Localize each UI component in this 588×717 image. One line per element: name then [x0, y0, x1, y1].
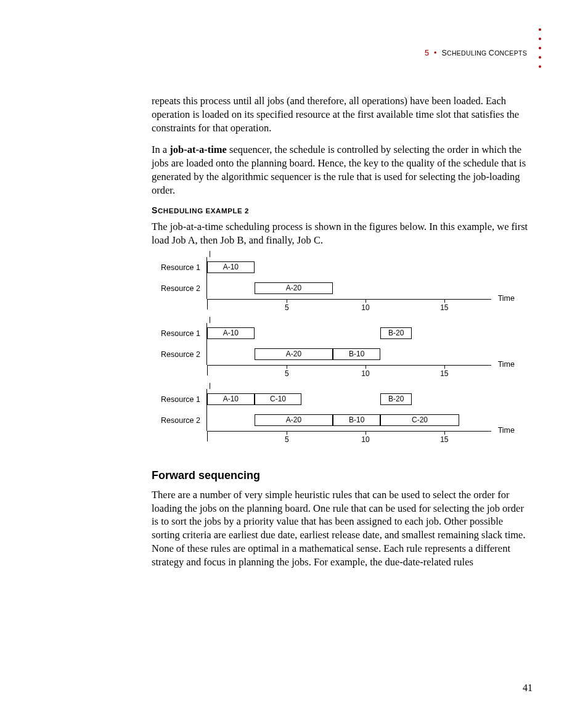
gantt-bar: B-20 [380, 327, 412, 339]
paragraph: In a job-at-a-time sequencer, the schedu… [152, 143, 533, 197]
resource-label: Resource 2 [152, 284, 206, 293]
resource-label: Resource 1 [152, 329, 206, 338]
gantt-lane: A-10 [206, 257, 491, 278]
chapter-number: 5 [425, 49, 429, 57]
gantt-chart: Resource 1A-10Resource 2A-2051015Time [152, 257, 491, 309]
axis-tick: 10 [358, 432, 374, 440]
gantt-bar: A-20 [255, 348, 333, 360]
gantt-axis: 51015Time [152, 299, 491, 309]
sub-heading: SCHEDULING EXAMPLE 2 [152, 205, 533, 215]
paragraph: repeats this process until all jobs (and… [152, 94, 533, 134]
gantt-bar: C-20 [380, 414, 459, 426]
gantt-row: Resource 1A-10C-10B-20 [152, 389, 491, 410]
gantt-bar: A-10 [207, 393, 255, 405]
gantt-bar: B-10 [333, 348, 380, 360]
axis-tick: 5 [279, 366, 295, 374]
gantt-row: Resource 1A-10 [152, 257, 491, 278]
gantt-bar: C-10 [255, 393, 302, 405]
gantt-row: Resource 2A-20B-10C-20 [152, 410, 491, 431]
axis-tick: 5 [279, 432, 295, 440]
resource-label: Resource 2 [152, 350, 206, 359]
page: 5 • SCHEDULING CONCEPTS repeats this pro… [0, 0, 588, 717]
gantt-lane: A-20B-10 [206, 344, 491, 365]
gantt-lane: A-20B-10C-20 [206, 410, 491, 431]
decorative-dots [539, 28, 541, 68]
paragraph: There are a number of very simple heuris… [152, 488, 533, 569]
gantt-axis: 51015Time [152, 365, 491, 375]
paragraph: The job-at-a-time scheduling process is … [152, 220, 533, 247]
axis-tick: 5 [279, 300, 295, 308]
gantt-chart: Resource 1A-10C-10B-20Resource 2A-20B-10… [152, 389, 491, 441]
gantt-row: Resource 2A-20 [152, 278, 491, 299]
axis-label: Time [498, 426, 515, 435]
axis-tick: 15 [436, 300, 452, 308]
axis-label: Time [498, 294, 515, 303]
gantt-bar: B-10 [333, 414, 380, 426]
gantt-bar: B-20 [380, 393, 412, 405]
gantt-bar: A-10 [207, 261, 255, 273]
running-head: 5 • SCHEDULING CONCEPTS [425, 49, 527, 57]
gantt-figure-block: Resource 1A-10Resource 2A-2051015TimeRes… [152, 257, 533, 441]
gantt-bar: A-10 [207, 327, 255, 339]
chapter-title: SCHEDULING CONCEPTS [441, 49, 527, 57]
axis-tick: 15 [436, 366, 452, 374]
gantt-lane: A-10C-10B-20 [206, 389, 491, 410]
axis-label: Time [498, 360, 515, 369]
section-heading: Forward sequencing [152, 469, 533, 482]
resource-label: Resource 2 [152, 416, 206, 425]
separator-dot: • [431, 49, 439, 57]
axis-tick: 10 [358, 366, 374, 374]
page-number: 41 [523, 682, 533, 694]
gantt-bar: A-20 [255, 282, 333, 294]
axis-tick: 15 [436, 432, 452, 440]
gantt-chart: Resource 1A-10B-20Resource 2A-20B-105101… [152, 323, 491, 375]
gantt-lane: A-20 [206, 278, 491, 299]
resource-label: Resource 1 [152, 263, 206, 272]
content-area: repeats this process until all jobs (and… [152, 94, 533, 568]
resource-label: Resource 1 [152, 395, 206, 404]
gantt-row: Resource 2A-20B-10 [152, 344, 491, 365]
bold-term: job-at-a-time [169, 144, 227, 155]
gantt-lane: A-10B-20 [206, 323, 491, 344]
axis-tick: 10 [358, 300, 374, 308]
gantt-row: Resource 1A-10B-20 [152, 323, 491, 344]
gantt-axis: 51015Time [152, 431, 491, 441]
gantt-bar: A-20 [255, 414, 333, 426]
